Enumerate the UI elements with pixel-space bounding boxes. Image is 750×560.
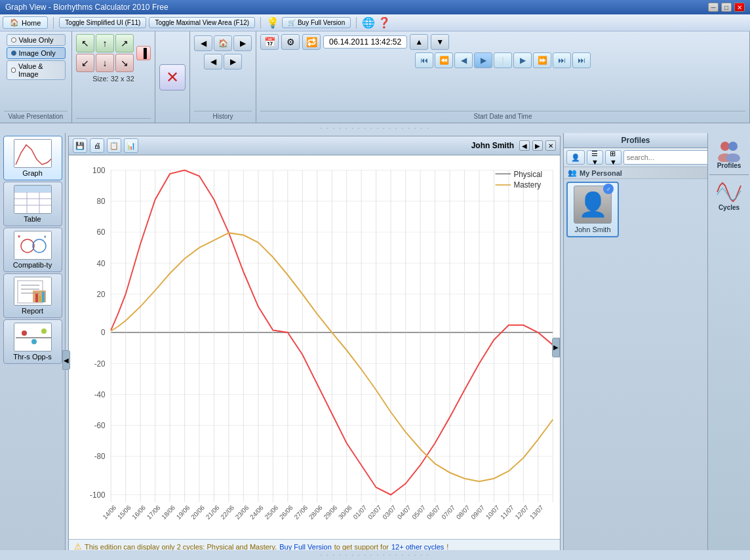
graph-window-controls: ◀ ▶ ✕ [519,140,556,151]
hist-extra1[interactable]: ◀ [204,54,222,70]
arrow-down-right[interactable]: ↘ [115,54,134,72]
home-icon: 🏠 [10,18,19,27]
play-skip-fwd[interactable]: ⏭ [553,52,571,68]
radio-dot-3 [11,68,16,73]
value-only-label: Value Only [19,36,54,44]
print-graph-button[interactable]: 🖨 [90,138,104,153]
svg-rect-27 [69,155,560,539]
save-graph-button[interactable]: 💾 [73,138,87,153]
value-and-image-radio[interactable]: Value & Image [7,60,66,80]
svg-point-26 [41,329,47,334]
sidebar-item-graph[interactable]: Graph [3,136,62,180]
toolbar: Value Only Image Only Value & Image Valu… [0,31,750,123]
fr-profiles-item[interactable]: Profiles [710,136,748,172]
datetime-section: 📅 ⚙ 🔁 06.14.2011 13:42:52 ▲ ▼ ⏮ ⏪ ◀ ▶ | … [256,31,750,123]
refresh-icon[interactable]: 🔁 [302,34,321,50]
fr-divider [709,174,749,175]
graph-title-bar: 💾 🖨 📋 📊 John Smith ◀ ▶ ✕ [69,136,560,155]
maximize-button[interactable]: □ [721,3,732,12]
toggle-simplified-button[interactable]: Toggle Simplified UI (F11) [59,17,146,28]
copy-graph-button[interactable]: 📋 [107,138,121,153]
menu-separator-3 [356,17,357,29]
footer-warning-text: This edition can display only 2 cycles: … [85,543,277,551]
graph-thumbnail [14,139,52,168]
play-back-fast[interactable]: ⏪ [435,52,453,68]
arrow-down[interactable]: ↓ [96,54,114,72]
graph-inner-toolbar: 💾 🖨 📋 📊 [73,138,138,153]
group-label-text: My Personal [580,169,622,177]
top-separator: · · · · · · · · · · · · · · · · · · [0,123,750,133]
play-btn[interactable]: ▶ [474,52,492,68]
hist-fwd[interactable]: ▶ [233,35,252,51]
home-button[interactable]: 🏠 Home [3,16,48,29]
play-fwd[interactable]: ▶ [513,52,532,68]
sidebar-item-thresholds[interactable]: Thr-s Opp-s [3,319,62,364]
minimize-button[interactable]: ─ [708,3,719,12]
play-skip-end[interactable]: ⏭ [572,52,591,68]
arrow-up-right[interactable]: ↗ [115,34,134,52]
settings-icon[interactable]: ⚙ [281,34,300,50]
play-back[interactable]: ◀ [454,52,473,68]
table-thumbnail [14,185,52,214]
play-sep1: | [494,52,512,68]
buy-full-link[interactable]: Buy Full Version [279,543,331,551]
value-presentation-label: Value Presentation [4,111,68,120]
datetime-up[interactable]: ▲ [410,34,428,50]
play-skip-back[interactable]: ⏮ [415,52,433,68]
graph-title: John Smith [471,141,514,150]
arrow-down-left[interactable]: ↙ [76,54,94,72]
add-profile-button[interactable]: 👤 [566,150,585,165]
profile-card-john-smith[interactable]: 👤 ♂ John Smith [566,182,619,237]
arrow-up[interactable]: ↑ [96,34,114,52]
view-mode-button[interactable]: ☰ ▼ [587,150,603,165]
radio-dot-checked [11,50,16,56]
graph-nav-left[interactable]: ◀ [519,140,530,151]
play-fwd-fast[interactable]: ⏩ [533,52,551,68]
fr-cycles-item[interactable]: Cycles [710,178,748,214]
avatar-image: 👤 [578,191,608,218]
toggle-maximal-button[interactable]: Toggle Maximal View Area (F12) [149,17,255,28]
profiles-list: 👤 ♂ John Smith [564,179,707,555]
compat-label: Compatib-ty [13,261,52,269]
sidebar-item-compatibility[interactable]: ♥ ♦ Compatib-ty [3,228,62,272]
export-graph-button[interactable]: 📊 [124,138,138,153]
graph-close[interactable]: ✕ [545,140,556,151]
sidebar-item-report[interactable]: Report [3,273,62,318]
hist-extra2[interactable]: ▶ [224,54,242,70]
svg-rect-20 [39,296,41,302]
main-area: Graph Table [0,133,750,560]
scroll-bar-handle[interactable]: ▐ [136,46,151,60]
sidebar-collapse-button[interactable]: ◀ [62,350,70,370]
sidebar-item-table[interactable]: Table [3,182,62,226]
home-label: Home [22,19,41,27]
datetime-display[interactable]: 06.14.2011 13:42:52 [323,35,407,49]
hist-home[interactable]: 🏠 [214,35,232,51]
profiles-search-input[interactable] [623,150,720,165]
value-only-radio[interactable]: Value Only [7,34,66,46]
cycles-icon [716,180,742,204]
svg-text:Physical: Physical [513,169,542,178]
menu-bar: 🏠 Home Toggle Simplified UI (F11) Toggle… [0,14,750,31]
svg-text:-80: -80 [94,452,106,461]
sort-button[interactable]: ⊞ ▼ [605,150,622,165]
arrow-up-left[interactable]: ↖ [76,34,94,52]
graph-nav-right[interactable]: ▶ [532,140,543,151]
svg-point-115 [720,142,730,151]
close-button[interactable]: ✕ [734,3,745,12]
other-cycles-link[interactable]: 12+ other cycles [391,543,444,551]
lightbulb-icon: 💡 [266,16,279,29]
profiles-toolbar: 👤 ☰ ▼ ⊞ ▼ [564,148,707,167]
cart-icon: 🛒 [288,19,296,26]
graph-collapse-right[interactable]: ▶ [552,338,560,357]
delete-button[interactable]: ✕ [159,64,186,90]
svg-rect-7 [14,186,52,192]
calendar-icon[interactable]: 📅 [260,34,279,50]
datetime-down[interactable]: ▼ [431,34,449,50]
report-thumbnail [14,277,52,306]
buy-full-button[interactable]: 🛒 Buy Full Version [282,17,351,28]
image-only-radio[interactable]: Image Only [7,47,66,59]
image-only-label: Image Only [19,49,56,57]
hist-back[interactable]: ◀ [194,35,212,51]
value-presentation-section: Value Only Image Only Value & Image Valu… [0,31,72,123]
left-sidebar: Graph Table [0,133,66,560]
